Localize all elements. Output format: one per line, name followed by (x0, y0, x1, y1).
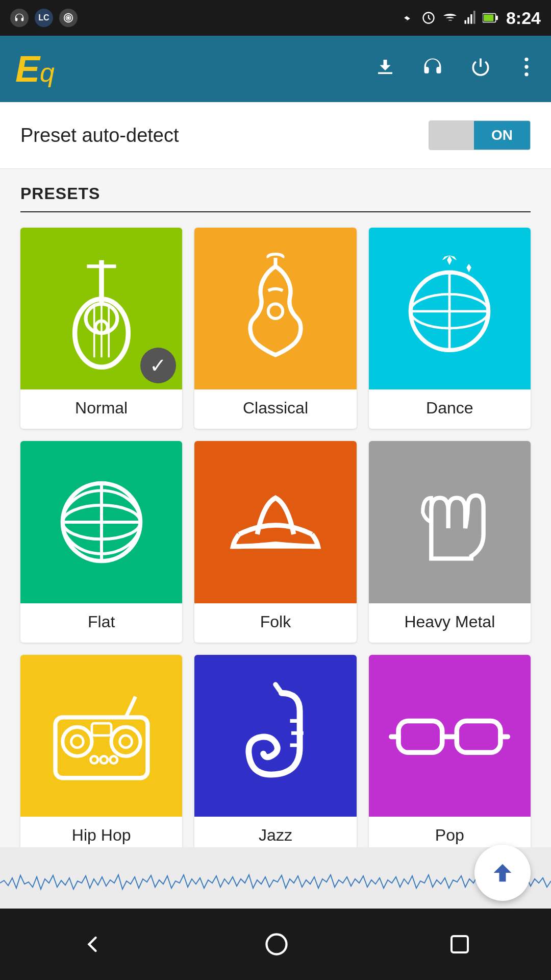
svg-rect-6 (470, 14, 472, 24)
svg-point-39 (119, 736, 132, 748)
bluetooth-icon (400, 11, 414, 25)
preset-name-folk: Folk (260, 603, 291, 643)
app-bar: E q (0, 36, 551, 102)
svg-rect-35 (55, 718, 147, 778)
preset-name-heavymetal: Heavy Metal (404, 603, 495, 643)
svg-rect-5 (467, 17, 469, 24)
preset-icon-dance (369, 228, 531, 389)
svg-point-43 (110, 756, 117, 764)
preset-icon-folk (194, 441, 356, 603)
svg-rect-10 (484, 15, 493, 21)
preset-icon-normal: ✓ (20, 228, 182, 389)
recent-button[interactable] (447, 932, 472, 957)
grid-status-icon: LC (35, 9, 53, 27)
download-button[interactable] (374, 56, 396, 82)
headphones-status-icon (10, 9, 29, 27)
fab-arrow-icon (489, 860, 516, 886)
svg-rect-40 (92, 724, 111, 736)
status-bar: LC 8:24 (0, 0, 551, 36)
presets-title: PRESETS (20, 184, 531, 212)
toggle-off-area (429, 121, 474, 150)
preset-icon-jazz (194, 655, 356, 817)
clock-icon (421, 11, 436, 25)
preset-name-normal: Normal (75, 389, 128, 429)
svg-rect-49 (457, 721, 501, 753)
preset-icon-flat (20, 441, 182, 603)
app-title-q: q (40, 57, 55, 88)
wifi-icon (443, 11, 457, 25)
preset-icon-hiphop (20, 655, 182, 817)
svg-rect-11 (378, 72, 392, 74)
svg-rect-48 (398, 721, 442, 753)
svg-point-12 (524, 57, 528, 61)
target-status-icon (59, 9, 78, 27)
svg-rect-9 (496, 16, 498, 20)
preset-card-heavymetal[interactable]: Heavy Metal (369, 441, 531, 642)
app-title-e: E (15, 48, 40, 90)
svg-rect-4 (464, 20, 466, 24)
preset-card-classical[interactable]: Classical (194, 228, 356, 429)
home-button[interactable] (263, 931, 290, 958)
app-bar-icons (374, 56, 536, 83)
preset-name-classical: Classical (243, 389, 308, 429)
preset-bar: Preset auto-detect ON (0, 102, 551, 169)
svg-point-37 (71, 736, 83, 748)
preset-icon-heavymetal (369, 441, 531, 603)
preset-name-flat: Flat (88, 603, 115, 643)
svg-line-44 (126, 697, 135, 717)
status-right-icons: 8:24 (400, 8, 541, 28)
waveform-area (0, 847, 551, 909)
bottom-nav (0, 909, 551, 980)
svg-point-42 (100, 756, 107, 764)
more-button[interactable] (517, 56, 536, 83)
power-button[interactable] (469, 56, 492, 83)
svg-point-14 (524, 72, 528, 76)
status-left-icons: LC (10, 9, 78, 27)
presets-section: PRESETS (0, 169, 551, 856)
main-content: Preset auto-detect ON PRESETS (0, 102, 551, 980)
toggle-on-label: ON (474, 121, 530, 150)
preset-card-flat[interactable]: Flat (20, 441, 182, 642)
fab-scroll-up[interactable] (474, 845, 531, 901)
preset-card-normal[interactable]: ✓ Normal (20, 228, 182, 429)
preset-icon-classical (194, 228, 356, 389)
app-title: E q (15, 48, 374, 90)
preset-icon-pop (369, 655, 531, 817)
preset-card-dance[interactable]: Dance (369, 228, 531, 429)
svg-point-13 (524, 65, 528, 68)
preset-card-pop[interactable]: Pop (369, 655, 531, 856)
presets-grid: ✓ Normal Classical (20, 228, 531, 856)
svg-point-2 (67, 17, 69, 19)
battery-icon (483, 11, 499, 25)
preset-name-dance: Dance (426, 389, 473, 429)
svg-rect-54 (452, 936, 468, 952)
svg-rect-7 (473, 11, 475, 24)
svg-point-53 (266, 935, 286, 954)
preset-auto-detect-label: Preset auto-detect (20, 125, 179, 146)
svg-point-36 (63, 727, 92, 756)
preset-card-hiphop[interactable]: Hip Hop (20, 655, 182, 856)
back-button[interactable] (79, 931, 106, 958)
signal-icon (464, 11, 475, 25)
selected-check-normal: ✓ (140, 348, 176, 383)
preset-toggle[interactable]: ON (429, 120, 531, 150)
svg-point-41 (90, 756, 97, 764)
headphones-button[interactable] (421, 56, 444, 83)
svg-point-23 (268, 304, 283, 318)
status-time: 8:24 (506, 8, 541, 28)
preset-card-folk[interactable]: Folk (194, 441, 356, 642)
check-icon: ✓ (149, 354, 167, 377)
svg-point-38 (111, 727, 140, 756)
preset-card-jazz[interactable]: Jazz (194, 655, 356, 856)
